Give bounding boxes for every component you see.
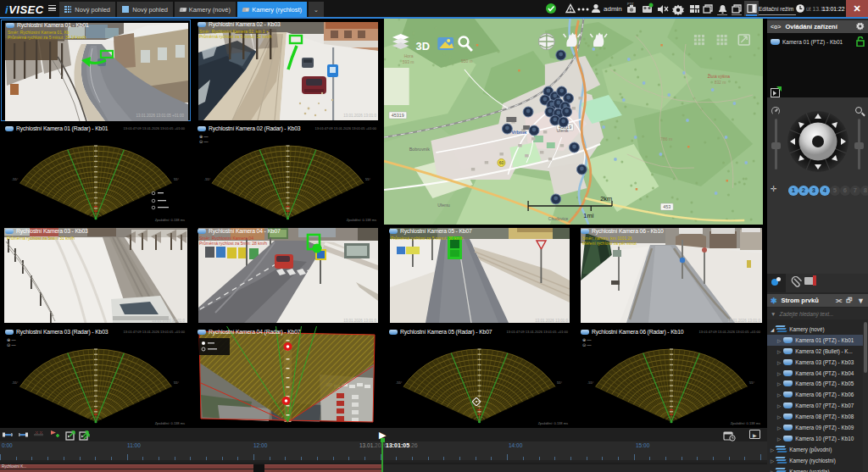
svg-text:admin: admin — [604, 5, 622, 13]
svg-text:786 m: 786 m — [660, 137, 672, 142]
svg-text:Chudovice: Chudovice — [548, 217, 569, 221]
svg-text:55°: 55° — [174, 380, 179, 385]
svg-text:60: 60 — [499, 161, 504, 165]
svg-text:-55°: -55° — [204, 177, 211, 181]
svg-text:Zpoždění: 0.138 ms: Zpoždění: 0.138 ms — [731, 421, 760, 425]
svg-text:55°: 55° — [557, 380, 562, 385]
svg-text:Bobrovník: Bobrovník — [409, 147, 431, 152]
svg-text:550 m: 550 m — [461, 59, 473, 64]
svg-text:Zpoždění: 0.138 ms: Zpoždění: 0.138 ms — [155, 421, 185, 425]
svg-text:-55°: -55° — [587, 380, 594, 385]
svg-text:13:01:47:09 13.01.2026 13:01:0: 13:01:47:09 13.01.2026 13:01:05 +01:00 — [507, 330, 569, 334]
svg-text:593 m: 593 m — [403, 60, 415, 64]
svg-text:13:01:47:09 13.01.2026 13:01:0: 13:01:47:09 13.01.2026 13:01:05 +01:00 — [124, 126, 186, 130]
svg-text:13:01:47:09 13.01.2026 13:01:0: 13:01:47:09 13.01.2026 13:01:05 +01:00 — [315, 126, 377, 130]
svg-text:Zpoždění: 0.138 ms: Zpoždění: 0.138 ms — [347, 218, 376, 222]
svg-text:-55°: -55° — [396, 380, 403, 385]
svg-text:PTZ: PTZ — [627, 2, 634, 6]
svg-text:1mi: 1mi — [583, 212, 593, 219]
svg-text:-55°: -55° — [12, 177, 19, 181]
svg-text:3D: 3D — [416, 40, 430, 53]
svg-text:832 m: 832 m — [715, 81, 726, 85]
svg-text:453: 453 — [663, 204, 670, 209]
svg-text:Zpoždění: 0.138 ms: Zpoždění: 0.138 ms — [155, 218, 185, 222]
svg-text:13:01:47:09 13.01.2026 13:01:0: 13:01:47:09 13.01.2026 13:01:05 +01:00 — [699, 330, 761, 334]
svg-text:-55°: -55° — [12, 380, 19, 385]
svg-text:Editační režim: Editační režim — [759, 6, 793, 12]
svg-text:45319: 45319 — [392, 113, 404, 118]
svg-text:Zpoždění: 0.138 ms: Zpoždění: 0.138 ms — [538, 421, 568, 425]
svg-text:Žlutá výšina: Žlutá výšina — [708, 73, 731, 79]
svg-text:2km: 2km — [600, 195, 612, 203]
svg-text:55°: 55° — [174, 177, 179, 181]
svg-text:13:01:47:09 13.01.2026 13:01:0: 13:01:47:09 13.01.2026 13:01:05 +01:00 — [124, 330, 186, 334]
svg-text:Ulenik: Ulenik — [557, 129, 569, 133]
svg-text:55°: 55° — [365, 177, 370, 181]
svg-text:Ufemu: Ufemu — [437, 203, 450, 208]
svg-text:Hora: Hora — [404, 54, 414, 58]
svg-text:55°: 55° — [749, 380, 754, 385]
svg-text:13:01:22: 13:01:22 — [822, 6, 845, 12]
